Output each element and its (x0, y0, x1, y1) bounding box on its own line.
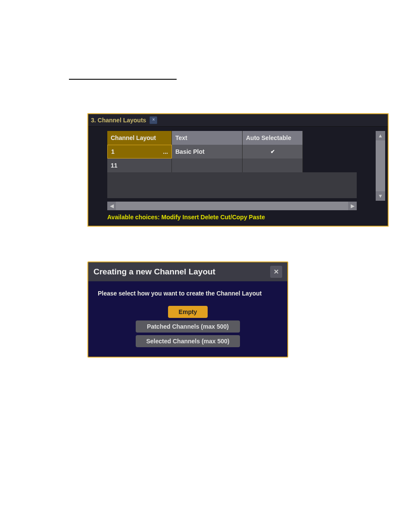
table-area: Channel Layout Text Auto Selectable 1 ..… (107, 131, 388, 210)
scroll-track[interactable] (376, 140, 385, 191)
scroll-left-icon[interactable]: ◀ (107, 202, 116, 210)
panel-footer-hint: Available choices: Modify Insert Delete … (88, 210, 388, 226)
scroll-down-icon[interactable]: ▼ (376, 191, 385, 201)
ellipsis-icon[interactable]: ... (163, 148, 168, 155)
panel-titlebar[interactable]: 3. Channel Layouts × (88, 114, 388, 127)
scroll-up-icon[interactable]: ▲ (376, 131, 385, 140)
cell-layout-value: 11 (111, 162, 118, 169)
selected-channels-button[interactable]: Selected Channels (max 500) (136, 335, 240, 347)
cell-layout-value: 1 (111, 148, 115, 155)
scroll-track[interactable] (116, 202, 348, 210)
horizontal-scrollbar[interactable]: ◀ ▶ (107, 202, 357, 210)
empty-button[interactable]: Empty (168, 306, 208, 318)
close-icon[interactable]: × (149, 116, 157, 124)
dialog-body: Please select how you want to create the… (88, 281, 287, 357)
divider-line (69, 79, 177, 80)
header-auto-selectable[interactable]: Auto Selectable (243, 131, 303, 145)
channel-layouts-panel: 3. Channel Layouts × Channel Layout Text… (87, 113, 389, 227)
cell-layout[interactable]: 11 (107, 159, 172, 172)
create-channel-layout-dialog: Creating a new Channel Layout ✕ Please s… (87, 261, 288, 358)
panel-title: 3. Channel Layouts (91, 117, 146, 124)
scroll-right-icon[interactable]: ▶ (348, 202, 357, 210)
cell-text[interactable] (172, 159, 243, 172)
table-empty-area (107, 172, 357, 198)
header-channel-layout[interactable]: Channel Layout (107, 131, 172, 145)
vertical-scrollbar[interactable]: ▲ ▼ (376, 131, 385, 201)
table-row[interactable]: 11 (107, 159, 372, 172)
cell-text[interactable]: Basic Plot (172, 145, 243, 159)
patched-channels-button[interactable]: Patched Channels (max 500) (136, 320, 240, 333)
check-icon: ✔ (271, 149, 275, 155)
cell-auto[interactable]: ✔ (243, 145, 303, 159)
table-row[interactable]: 1 ... Basic Plot ✔ (107, 145, 372, 159)
dialog-title: Creating a new Channel Layout (93, 267, 215, 277)
dialog-button-group: Empty Patched Channels (max 500) Selecte… (98, 306, 278, 347)
cell-layout[interactable]: 1 ... (107, 145, 172, 159)
dialog-prompt: Please select how you want to create the… (98, 289, 278, 298)
cell-auto[interactable] (243, 159, 303, 172)
row-gutter (88, 131, 107, 210)
close-icon[interactable]: ✕ (270, 266, 282, 278)
dialog-titlebar[interactable]: Creating a new Channel Layout ✕ (88, 262, 287, 281)
table-header-row: Channel Layout Text Auto Selectable (107, 131, 372, 145)
header-text[interactable]: Text (172, 131, 243, 145)
